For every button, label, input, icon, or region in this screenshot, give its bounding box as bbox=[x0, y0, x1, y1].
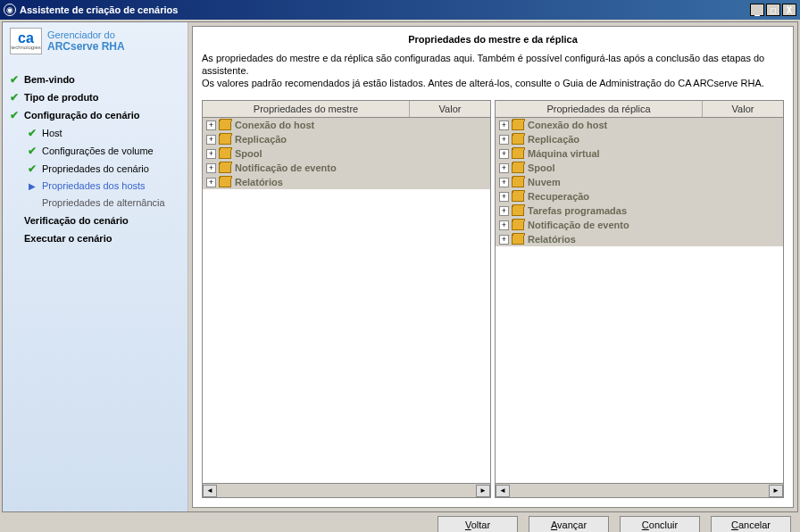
tree-item[interactable]: +Recuperação bbox=[496, 189, 783, 204]
check-icon: ✔ bbox=[26, 162, 38, 175]
expand-icon[interactable]: + bbox=[499, 163, 509, 173]
nav-verification[interactable]: ✔Verificação do cenário bbox=[6, 212, 184, 229]
tree-item[interactable]: +Máquina virtual bbox=[496, 146, 783, 161]
finish-button[interactable]: Concluir bbox=[620, 516, 700, 532]
tree-item[interactable]: +Nuvem bbox=[496, 175, 783, 189]
folder-icon bbox=[219, 162, 231, 173]
folder-icon bbox=[512, 220, 524, 230]
check-icon: ✔ bbox=[8, 91, 21, 104]
tree-item[interactable]: +Tarefas programadas bbox=[496, 204, 783, 218]
folder-icon bbox=[512, 234, 524, 245]
nav-volume-config[interactable]: ✔Configurações de volume bbox=[6, 142, 184, 160]
expand-icon[interactable]: + bbox=[499, 220, 509, 230]
main-panel: ca technologies Gerenciador do ARCserve … bbox=[2, 21, 798, 512]
expand-icon[interactable]: + bbox=[499, 149, 509, 159]
nav-product-type[interactable]: ✔Tipo de produto bbox=[6, 88, 184, 106]
nav-host-props[interactable]: ▶Propriedades dos hosts bbox=[6, 178, 184, 194]
brand-logo: ca technologies Gerenciador do ARCserve … bbox=[6, 28, 184, 54]
expand-icon[interactable]: + bbox=[499, 121, 509, 130]
tree-item[interactable]: +Notificação de evento bbox=[496, 218, 783, 232]
brand-line2: ARCserve RHA bbox=[47, 40, 125, 53]
expand-icon[interactable]: + bbox=[206, 163, 216, 173]
tree-item[interactable]: +Notificação de evento bbox=[203, 161, 490, 175]
tree-item[interactable]: +Relatórios bbox=[203, 175, 490, 189]
app-icon: ◉ bbox=[4, 4, 16, 16]
content-area: Propriedades do mestre e da réplica As p… bbox=[188, 22, 797, 511]
cancel-button[interactable]: Cancelar bbox=[711, 516, 791, 532]
back-button[interactable]: Voltar bbox=[438, 516, 518, 532]
tree-item[interactable]: +Replicação bbox=[496, 132, 783, 146]
folder-icon bbox=[219, 134, 231, 145]
expand-icon[interactable]: + bbox=[499, 192, 509, 202]
page-title: Propriedades do mestre e da réplica bbox=[202, 34, 784, 45]
folder-icon bbox=[512, 120, 524, 130]
nav-scenario-props[interactable]: ✔Propriedades do cenário bbox=[6, 160, 184, 178]
master-properties-pane: Propriedades do mestre Valor +Conexão do… bbox=[202, 100, 491, 498]
scroll-left-icon[interactable]: ◄ bbox=[203, 485, 217, 497]
tree-item[interactable]: +Conexão do host bbox=[203, 118, 490, 132]
replica-properties-pane: Propriedades da réplica Valor +Conexão d… bbox=[495, 100, 784, 498]
titlebar[interactable]: ◉ Assistente de criação de cenários _ □ … bbox=[0, 0, 800, 20]
expand-icon[interactable]: + bbox=[206, 178, 216, 187]
folder-icon bbox=[512, 148, 524, 159]
tree-item[interactable]: +Spool bbox=[203, 146, 490, 161]
master-tree: +Conexão do host +Replicação +Spool +Not… bbox=[203, 118, 490, 483]
expand-icon[interactable]: + bbox=[206, 149, 216, 159]
folder-icon bbox=[512, 205, 524, 216]
folder-icon bbox=[219, 177, 231, 187]
nav-switch-props[interactable]: ✔Propriedades de alternância bbox=[6, 194, 184, 212]
brand-line1: Gerenciador do bbox=[47, 29, 125, 40]
replica-value-header[interactable]: Valor bbox=[703, 101, 783, 117]
tree-item[interactable]: +Relatórios bbox=[496, 232, 783, 246]
folder-icon bbox=[512, 134, 524, 145]
folder-icon bbox=[219, 148, 231, 159]
scroll-right-icon[interactable]: ► bbox=[476, 485, 490, 497]
folder-icon bbox=[219, 120, 231, 130]
expand-icon[interactable]: + bbox=[206, 121, 216, 130]
window-title: Assistente de criação de cenários bbox=[20, 4, 750, 15]
scroll-right-icon[interactable]: ► bbox=[769, 485, 783, 497]
nav-scenario-config[interactable]: ✔Configuração do cenário bbox=[6, 106, 184, 124]
tree-item[interactable]: +Conexão do host bbox=[496, 118, 783, 132]
sidebar: ca technologies Gerenciador do ARCserve … bbox=[3, 22, 188, 511]
horizontal-scrollbar[interactable]: ◄► bbox=[203, 483, 490, 497]
expand-icon[interactable]: + bbox=[499, 206, 509, 216]
expand-icon[interactable]: + bbox=[499, 135, 509, 145]
button-bar: Voltar Avançar Concluir Cancelar bbox=[0, 514, 800, 532]
nav-welcome[interactable]: ✔Bem-vindo bbox=[6, 71, 184, 88]
replica-tree: +Conexão do host +Replicação +Máquina vi… bbox=[496, 118, 783, 483]
page-description: As propriedades do mestre e da réplica s… bbox=[202, 52, 784, 89]
expand-icon[interactable]: + bbox=[206, 135, 216, 145]
expand-icon[interactable]: + bbox=[499, 235, 509, 245]
arrow-icon: ▶ bbox=[26, 181, 38, 191]
minimize-button[interactable]: _ bbox=[750, 4, 764, 16]
check-icon: ✔ bbox=[8, 73, 21, 86]
nav-run[interactable]: ✔Executar o cenário bbox=[6, 229, 184, 247]
next-button[interactable]: Avançar bbox=[529, 516, 609, 532]
horizontal-scrollbar[interactable]: ◄► bbox=[496, 483, 783, 497]
close-button[interactable]: X bbox=[782, 4, 796, 16]
check-icon: ✔ bbox=[8, 109, 21, 121]
check-icon: ✔ bbox=[26, 145, 38, 157]
replica-header[interactable]: Propriedades da réplica bbox=[496, 101, 703, 117]
expand-icon[interactable]: + bbox=[499, 178, 509, 187]
folder-icon bbox=[512, 177, 524, 187]
tree-item[interactable]: +Replicação bbox=[203, 132, 490, 146]
nav-host[interactable]: ✔Host bbox=[6, 124, 184, 142]
master-header[interactable]: Propriedades do mestre bbox=[203, 101, 410, 117]
logo-box: ca technologies bbox=[10, 28, 42, 54]
folder-icon bbox=[512, 162, 524, 173]
check-icon: ✔ bbox=[26, 127, 38, 139]
folder-icon bbox=[512, 191, 524, 202]
master-value-header[interactable]: Valor bbox=[410, 101, 490, 117]
tree-item[interactable]: +Spool bbox=[496, 161, 783, 175]
scroll-left-icon[interactable]: ◄ bbox=[496, 485, 510, 497]
maximize-button[interactable]: □ bbox=[766, 4, 780, 16]
